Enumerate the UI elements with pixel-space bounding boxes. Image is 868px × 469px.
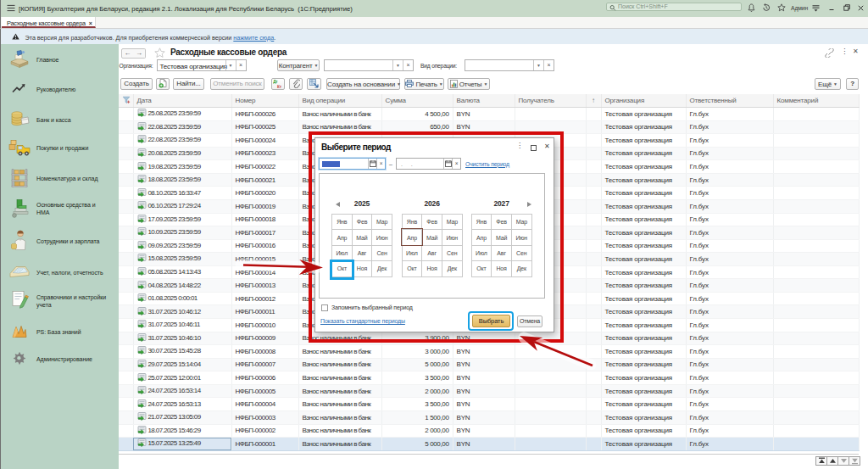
- svg-text:Дт: Дт: [273, 80, 278, 84]
- svg-text:Кт: Кт: [277, 85, 282, 88]
